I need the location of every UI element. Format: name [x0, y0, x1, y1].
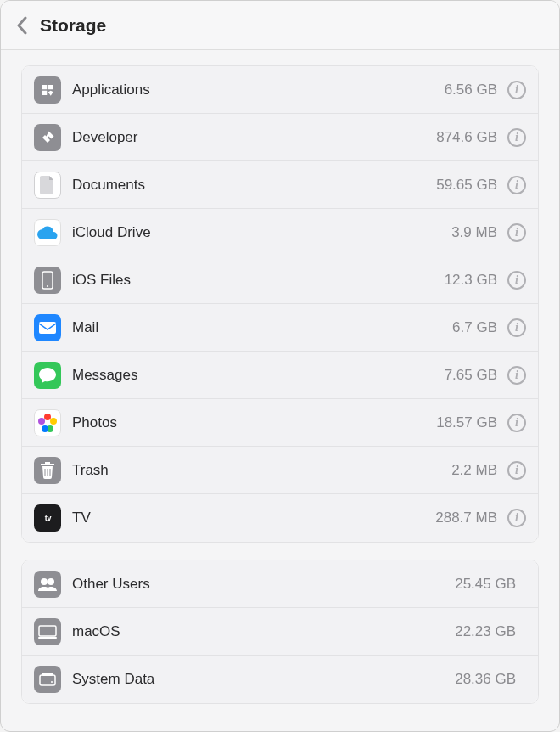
other-users-icon	[34, 571, 61, 598]
row-size: 6.7 GB	[452, 319, 497, 336]
row-label: Applications	[72, 82, 445, 99]
row-label: Messages	[72, 367, 445, 384]
row-macos[interactable]: macOS 22.23 GB	[22, 608, 538, 656]
row-size: 22.23 GB	[455, 623, 516, 640]
info-button[interactable]: i	[507, 271, 526, 290]
info-button[interactable]: i	[507, 223, 526, 242]
row-size: 28.36 GB	[455, 671, 516, 688]
info-button[interactable]: i	[507, 318, 526, 337]
row-mail[interactable]: Mail 6.7 GB i	[22, 304, 538, 352]
info-button[interactable]: i	[507, 176, 526, 194]
system-data-icon	[34, 666, 61, 693]
row-label: Documents	[72, 177, 436, 194]
svg-point-1	[47, 285, 48, 287]
tv-icon: tv	[34, 504, 61, 532]
content: Applications 6.56 GB i Developer 874.6 G…	[1, 50, 559, 719]
info-button[interactable]: i	[507, 509, 526, 527]
row-applications[interactable]: Applications 6.56 GB i	[22, 66, 538, 114]
row-trash[interactable]: Trash 2.2 MB i	[22, 447, 538, 494]
row-label: System Data	[72, 671, 455, 688]
mail-icon	[34, 314, 61, 341]
row-icloud-drive[interactable]: iCloud Drive 3.9 MB i	[22, 209, 538, 256]
documents-icon	[34, 172, 61, 199]
row-messages[interactable]: Messages 7.65 GB i	[22, 352, 538, 399]
messages-icon	[34, 362, 61, 389]
row-size: 874.6 GB	[436, 129, 497, 146]
photos-icon	[34, 409, 61, 436]
row-label: macOS	[72, 623, 455, 640]
svg-rect-2	[39, 322, 56, 334]
svg-point-3	[41, 578, 48, 585]
svg-point-4	[48, 578, 54, 585]
row-size: 7.65 GB	[445, 367, 497, 384]
header: Storage	[1, 1, 559, 50]
row-size: 25.45 GB	[455, 576, 516, 593]
row-size: 3.9 MB	[451, 224, 497, 241]
svg-rect-8	[42, 673, 53, 676]
row-ios-files[interactable]: iOS Files 12.3 GB i	[22, 256, 538, 304]
row-label: TV	[72, 510, 435, 526]
row-other-users[interactable]: Other Users 25.45 GB	[22, 560, 538, 608]
svg-rect-5	[39, 626, 56, 636]
storage-window: Storage Applications 6.56 GB i Developer…	[0, 0, 560, 732]
row-label: iOS Files	[72, 272, 445, 289]
info-button[interactable]: i	[507, 461, 526, 480]
back-button[interactable]	[16, 16, 28, 35]
row-label: Developer	[72, 129, 436, 146]
row-size: 288.7 MB	[435, 510, 497, 526]
row-documents[interactable]: Documents 59.65 GB i	[22, 161, 538, 209]
chevron-left-icon	[16, 16, 28, 35]
ios-files-icon	[34, 267, 61, 294]
trash-icon	[34, 457, 61, 484]
developer-icon	[34, 124, 61, 151]
row-size: 2.2 MB	[451, 462, 497, 479]
row-size: 6.56 GB	[445, 82, 497, 99]
row-developer[interactable]: Developer 874.6 GB i	[22, 114, 538, 161]
applications-icon	[34, 76, 61, 104]
info-button[interactable]: i	[507, 128, 526, 147]
row-size: 12.3 GB	[445, 272, 497, 289]
row-size: 59.65 GB	[436, 177, 497, 194]
svg-rect-7	[40, 675, 55, 685]
row-label: iCloud Drive	[72, 224, 451, 241]
storage-group: Applications 6.56 GB i Developer 874.6 G…	[21, 65, 539, 543]
row-label: Mail	[72, 319, 452, 336]
info-button[interactable]: i	[507, 366, 526, 385]
svg-rect-6	[38, 637, 57, 639]
info-button[interactable]: i	[507, 414, 526, 432]
row-label: Photos	[72, 414, 436, 431]
storage-group: Other Users 25.45 GB macOS 22.23 GB Syst…	[21, 560, 539, 704]
row-photos[interactable]: Photos 18.57 GB i	[22, 399, 538, 447]
row-system-data[interactable]: System Data 28.36 GB	[22, 656, 538, 703]
row-label: Other Users	[72, 576, 455, 593]
row-tv[interactable]: tv TV 288.7 MB i	[22, 494, 538, 542]
info-button[interactable]: i	[507, 81, 526, 99]
icloud-icon	[34, 219, 61, 246]
svg-point-9	[51, 681, 53, 683]
row-label: Trash	[72, 462, 451, 479]
row-size: 18.57 GB	[436, 414, 497, 431]
page-title: Storage	[40, 15, 106, 36]
macos-icon	[34, 618, 61, 645]
